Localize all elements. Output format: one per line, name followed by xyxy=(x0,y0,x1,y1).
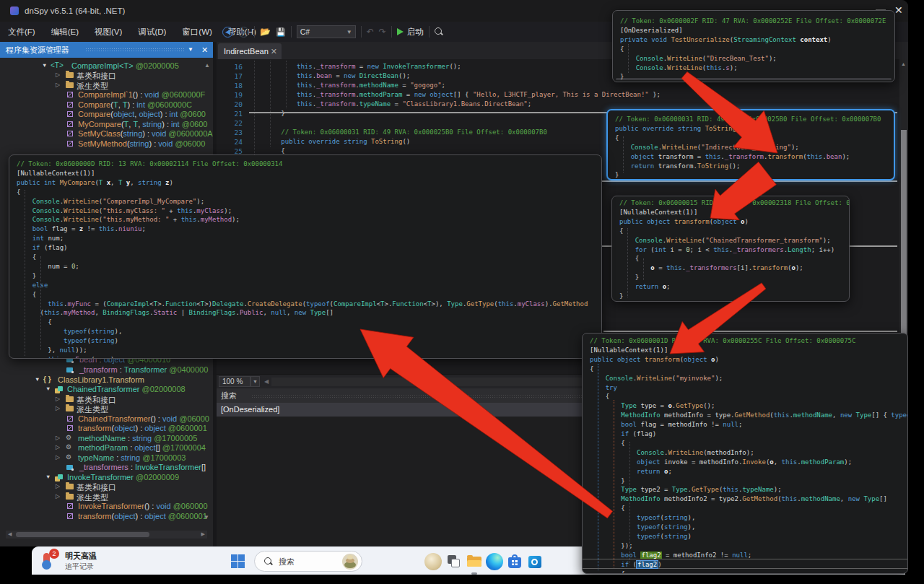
code-popup-b[interactable]: // Token: 0x0600002F RID: 47 RVA: 0x0000… xyxy=(612,10,895,82)
code-line: { xyxy=(590,392,609,401)
tree-node[interactable]: ▷基类和接口 xyxy=(0,71,213,80)
scroll-left-icon[interactable]: ◀ xyxy=(264,378,269,385)
expander-open-icon[interactable]: ▼ xyxy=(45,474,51,480)
menu-item[interactable]: 文件(F) xyxy=(0,22,43,42)
tree-node[interactable]: ▷基类和接口 xyxy=(0,395,213,404)
tree-node[interactable]: _transformers : InvokeTransformer[] xyxy=(0,463,213,472)
tab-indirectbean[interactable]: IndirectBean ✕ xyxy=(218,43,282,59)
tree-node[interactable]: Compare(T, T) : int @0600000C xyxy=(0,100,213,110)
tree-node[interactable]: SetMyClass(string) : void @0600000A xyxy=(0,129,213,139)
tree-node[interactable]: ▷派生类型 xyxy=(0,81,213,90)
code-popup-a[interactable]: // Token: 0x0600000D RID: 13 RVA: 0x0000… xyxy=(9,154,602,359)
code-line: object invoke = methodInfo.Invoke(o, thi… xyxy=(590,458,852,467)
code-line: { xyxy=(620,45,624,54)
code-line: Console.WriteLine("myinvoke"); xyxy=(590,374,723,383)
folder-icon xyxy=(66,72,74,78)
menu-item[interactable]: 编辑(E) xyxy=(43,22,87,42)
code-line: Console.WriteLine("ComparerImpl_MyCompar… xyxy=(17,197,204,206)
tree-node[interactable]: SetMyMethod(string) : void @06000 xyxy=(0,139,213,149)
code-popup-c[interactable]: // Token: 0x06000031 RID: 49 RVA: 0x0000… xyxy=(606,109,895,180)
tree-horizontal-scrollbar[interactable]: ◀ ▶ xyxy=(6,531,207,539)
panel-close-icon[interactable]: ✕ xyxy=(201,42,208,58)
code-line: bool flag2 = methodInfo2 != null; xyxy=(590,551,751,560)
field-icon xyxy=(66,367,73,372)
expander-closed-icon[interactable]: ▷ xyxy=(56,493,60,500)
scroll-left-icon: ◀ xyxy=(8,531,12,537)
menu-item[interactable]: 调试(D) xyxy=(130,22,174,42)
outlook-icon[interactable] xyxy=(526,553,544,570)
start-debug-button[interactable]: 启动 xyxy=(397,27,424,38)
code-popup-e[interactable]: // Token: 0x0600001D RID: 29 RVA: 0x0000… xyxy=(582,333,908,574)
cube-icon xyxy=(67,503,73,509)
expander-closed-icon[interactable]: ▷ xyxy=(56,71,60,78)
assembly-explorer-header[interactable]: 程序集资源管理器 ▼ ✕ xyxy=(0,42,213,58)
expander-open-icon[interactable]: ▼ xyxy=(42,62,47,69)
tree-node[interactable]: transform(object) : object @0600001 xyxy=(0,424,213,433)
gp-icon: <T> xyxy=(51,61,64,69)
tab-close-icon[interactable]: ✕ xyxy=(271,43,277,59)
close-icon[interactable]: ✕ xyxy=(894,4,903,16)
search-icon[interactable] xyxy=(435,27,443,36)
microsoft-store-icon[interactable] xyxy=(506,553,523,570)
menu-item[interactable]: 视图(V) xyxy=(87,22,130,42)
menu-item[interactable]: 窗口(W) xyxy=(174,22,220,42)
start-button[interactable] xyxy=(231,554,245,568)
tree-node[interactable]: Compare(object, object) : int @0600 xyxy=(0,110,213,119)
language-combobox[interactable]: C# ▼ xyxy=(297,25,356,38)
tree-node[interactable]: MyCompare(T, T, string) : int @0600 xyxy=(0,120,213,129)
tree-node[interactable]: _transform : Transformer @0400000 xyxy=(0,365,213,375)
scrollbar-thumb[interactable] xyxy=(16,532,149,537)
expander-closed-icon[interactable]: ▷ xyxy=(56,82,60,88)
tree-node[interactable]: ▷⚙methodName : string @17000005 xyxy=(0,434,213,443)
chevron-down-icon[interactable]: ▼ xyxy=(250,376,260,387)
weather-widget[interactable]: 2 明天高温 追平记录 xyxy=(39,549,133,573)
tree-node[interactable]: ▼<T>CompareImpl<T> @02000005 xyxy=(0,61,213,71)
tree-node[interactable]: ▷⚙methodParam : object[] @17000004 xyxy=(0,443,213,453)
expander-closed-icon[interactable]: ▷ xyxy=(56,454,60,461)
tree-node[interactable]: ▼InvokeTransformer @02000009 xyxy=(0,473,213,482)
expander-closed-icon[interactable]: ▷ xyxy=(56,396,60,402)
code-line: this.myFunc(x, y); xyxy=(17,355,118,359)
language-value: C# xyxy=(300,27,310,36)
forward-icon[interactable]: ▶ xyxy=(238,27,249,38)
expander-open-icon[interactable]: ▼ xyxy=(45,385,51,392)
expander-closed-icon[interactable]: ▷ xyxy=(56,444,60,450)
open-file-icon[interactable]: 📂 xyxy=(260,27,271,37)
tree-node[interactable]: ▼{ }ClassLibrary1.Transform xyxy=(0,375,213,385)
taskbar-app-icon[interactable] xyxy=(424,553,442,570)
tree-node[interactable]: ChainedTransformer() : void @06000 xyxy=(0,414,213,424)
expander-open-icon[interactable]: ▼ xyxy=(35,376,40,383)
code-line: public override string ToString() xyxy=(250,137,410,147)
code-popup-d[interactable]: // Token: 0x06000015 RID: 21 RVA: 0x0000… xyxy=(611,196,850,302)
zoom-level-combobox[interactable]: 100 % xyxy=(219,376,250,387)
task-view-icon[interactable] xyxy=(445,553,463,570)
panel-menu-icon[interactable]: ▼ xyxy=(188,42,193,58)
code-line: // Token: 0x0600002F RID: 47 RVA: 0x0000… xyxy=(620,17,886,26)
back-icon[interactable]: ◀ xyxy=(222,27,233,38)
code-line: this._transform.methodParam = new object… xyxy=(250,90,661,100)
tree-node-label: transform(object) : object @0600001 xyxy=(78,424,207,432)
expander-closed-icon[interactable]: ▷ xyxy=(56,405,60,411)
tree-node[interactable]: ▼ChainedTransformer @02000008 xyxy=(0,385,213,394)
tree-node[interactable]: transform(object) : object @0600001 xyxy=(0,512,213,521)
code-line: } xyxy=(250,109,285,118)
scroll-up-icon[interactable]: ▲ xyxy=(204,62,210,69)
taskbar-search-box[interactable]: 搜索 xyxy=(254,551,362,572)
save-icon[interactable]: 💾 xyxy=(276,27,286,37)
cube-icon xyxy=(67,121,73,127)
file-explorer-icon[interactable] xyxy=(466,553,483,570)
editor-vertical-scrollbar[interactable]: ▲ xyxy=(899,59,908,374)
code-line: this._transform = new InvokeTransformer(… xyxy=(250,62,461,71)
edge-browser-icon[interactable] xyxy=(486,553,503,570)
expander-closed-icon[interactable]: ▷ xyxy=(56,483,60,489)
tree-node[interactable]: ▷⚙typeName : string @17000003 xyxy=(0,453,213,463)
expander-closed-icon[interactable]: ▷ xyxy=(56,435,60,441)
tree-node[interactable]: ▷基类和接口 xyxy=(0,482,213,492)
undo-icon[interactable]: ↶ xyxy=(367,27,374,37)
tree-node-label: 派生类型 xyxy=(77,404,108,415)
code-line: this.bean = new DirectBean(); xyxy=(250,71,410,81)
redo-icon[interactable]: ↷ xyxy=(379,27,386,37)
scroll-down-icon[interactable]: ▼ xyxy=(204,514,209,520)
start-label: 启动 xyxy=(407,27,424,38)
tree-node[interactable]: ▷派生类型 xyxy=(0,492,213,502)
